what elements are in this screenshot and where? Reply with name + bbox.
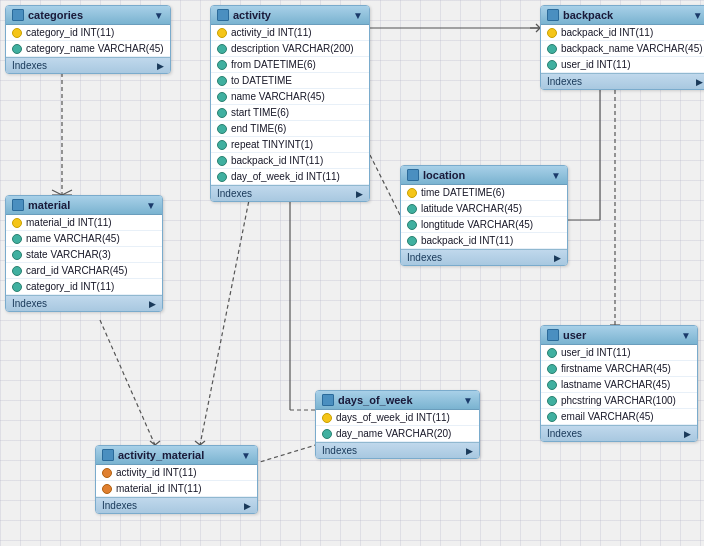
indexes-row-backpack[interactable]: Indexes ▶ bbox=[541, 73, 704, 89]
field-icon bbox=[547, 348, 557, 358]
table-row: description VARCHAR(200) bbox=[211, 41, 369, 57]
field-icon bbox=[12, 234, 22, 244]
table-row: activity_id INT(11) bbox=[96, 465, 257, 481]
table-activity-icon bbox=[217, 9, 229, 21]
table-row: backpack_id INT(11) bbox=[401, 233, 567, 249]
table-backpack-title: backpack bbox=[563, 9, 613, 21]
table-row: longtitude VARCHAR(45) bbox=[401, 217, 567, 233]
table-row: name VARCHAR(45) bbox=[211, 89, 369, 105]
indexes-row-material[interactable]: Indexes ▶ bbox=[6, 295, 162, 311]
table-activity-material-arrow[interactable]: ▼ bbox=[241, 450, 251, 461]
indexes-row-activity-material[interactable]: Indexes ▶ bbox=[96, 497, 257, 513]
field-label: activity_id INT(11) bbox=[231, 27, 312, 38]
table-days-arrow[interactable]: ▼ bbox=[463, 395, 473, 406]
svg-line-8 bbox=[370, 155, 400, 215]
field-label: name VARCHAR(45) bbox=[26, 233, 120, 244]
field-label: day_name VARCHAR(20) bbox=[336, 428, 451, 439]
table-row: state VARCHAR(3) bbox=[6, 247, 162, 263]
indexes-arrow: ▶ bbox=[554, 253, 561, 263]
field-label: start TIME(6) bbox=[231, 107, 289, 118]
indexes-label: Indexes bbox=[322, 445, 357, 456]
field-icon bbox=[217, 76, 227, 86]
indexes-label: Indexes bbox=[217, 188, 252, 199]
field-label: backpack_id INT(11) bbox=[561, 27, 653, 38]
field-icon bbox=[407, 236, 417, 246]
table-row: email VARCHAR(45) bbox=[541, 409, 697, 425]
table-categories-arrow[interactable]: ▼ bbox=[154, 10, 164, 21]
indexes-row-activity[interactable]: Indexes ▶ bbox=[211, 185, 369, 201]
field-label: user_id INT(11) bbox=[561, 59, 630, 70]
table-material-title: material bbox=[28, 199, 70, 211]
table-user-icon bbox=[547, 329, 559, 341]
pk-icon bbox=[322, 413, 332, 423]
table-row: day_name VARCHAR(20) bbox=[316, 426, 479, 442]
table-location-title: location bbox=[423, 169, 465, 181]
table-days-icon bbox=[322, 394, 334, 406]
table-row: material_id INT(11) bbox=[96, 481, 257, 497]
field-icon bbox=[217, 172, 227, 182]
field-label: email VARCHAR(45) bbox=[561, 411, 654, 422]
field-label: day_of_week_id INT(11) bbox=[231, 171, 340, 182]
table-days-title: days_of_week bbox=[338, 394, 413, 406]
table-material-header: material ▼ bbox=[6, 196, 162, 215]
field-icon bbox=[547, 396, 557, 406]
table-row: backpack_id INT(11) bbox=[541, 25, 704, 41]
table-material-arrow[interactable]: ▼ bbox=[146, 200, 156, 211]
field-label: days_of_week_id INT(11) bbox=[336, 412, 450, 423]
table-row: user_id INT(11) bbox=[541, 345, 697, 361]
table-location-header: location ▼ bbox=[401, 166, 567, 185]
field-label: description VARCHAR(200) bbox=[231, 43, 354, 54]
field-icon bbox=[217, 108, 227, 118]
table-activity-material-icon bbox=[102, 449, 114, 461]
table-row: card_id VARCHAR(45) bbox=[6, 263, 162, 279]
table-row: days_of_week_id INT(11) bbox=[316, 410, 479, 426]
field-icon bbox=[547, 44, 557, 54]
table-row: firstname VARCHAR(45) bbox=[541, 361, 697, 377]
table-activity-arrow[interactable]: ▼ bbox=[353, 10, 363, 21]
pk-icon bbox=[407, 188, 417, 198]
indexes-row-days[interactable]: Indexes ▶ bbox=[316, 442, 479, 458]
table-user-title: user bbox=[563, 329, 586, 341]
table-days-header: days_of_week ▼ bbox=[316, 391, 479, 410]
field-label: activity_id INT(11) bbox=[116, 467, 197, 478]
fk-icon bbox=[102, 468, 112, 478]
field-icon bbox=[407, 204, 417, 214]
table-row: material_id INT(11) bbox=[6, 215, 162, 231]
field-icon bbox=[217, 124, 227, 134]
pk-icon bbox=[217, 28, 227, 38]
table-activity-material-title: activity_material bbox=[118, 449, 204, 461]
field-label: category_id INT(11) bbox=[26, 27, 114, 38]
table-row: latitude VARCHAR(45) bbox=[401, 201, 567, 217]
field-label: repeat TINYINT(1) bbox=[231, 139, 313, 150]
table-categories-title: categories bbox=[28, 9, 83, 21]
table-backpack-icon bbox=[547, 9, 559, 21]
indexes-row-location[interactable]: Indexes ▶ bbox=[401, 249, 567, 265]
field-icon bbox=[217, 156, 227, 166]
table-row: lastname VARCHAR(45) bbox=[541, 377, 697, 393]
indexes-row-user[interactable]: Indexes ▶ bbox=[541, 425, 697, 441]
table-location-arrow[interactable]: ▼ bbox=[551, 170, 561, 181]
table-activity-header: activity ▼ bbox=[211, 6, 369, 25]
field-label: backpack_id INT(11) bbox=[231, 155, 323, 166]
indexes-arrow: ▶ bbox=[684, 429, 691, 439]
table-row: category_name VARCHAR(45) bbox=[6, 41, 170, 57]
fk-icon bbox=[102, 484, 112, 494]
indexes-arrow: ▶ bbox=[466, 446, 473, 456]
field-label: material_id INT(11) bbox=[26, 217, 112, 228]
indexes-label: Indexes bbox=[12, 60, 47, 71]
svg-line-22 bbox=[100, 320, 155, 445]
table-material: material ▼ material_id INT(11) name VARC… bbox=[5, 195, 163, 312]
table-backpack-arrow[interactable]: ▼ bbox=[693, 10, 703, 21]
indexes-arrow: ▶ bbox=[244, 501, 251, 511]
field-label: longtitude VARCHAR(45) bbox=[421, 219, 533, 230]
table-activity-material: activity_material ▼ activity_id INT(11) … bbox=[95, 445, 258, 514]
table-row: user_id INT(11) bbox=[541, 57, 704, 73]
table-row: start TIME(6) bbox=[211, 105, 369, 121]
table-categories-icon bbox=[12, 9, 24, 21]
table-user-arrow[interactable]: ▼ bbox=[681, 330, 691, 341]
indexes-row-categories[interactable]: Indexes ▶ bbox=[6, 57, 170, 73]
indexes-label: Indexes bbox=[547, 428, 582, 439]
field-label: time DATETIME(6) bbox=[421, 187, 505, 198]
field-icon bbox=[12, 282, 22, 292]
table-row: from DATETIME(6) bbox=[211, 57, 369, 73]
